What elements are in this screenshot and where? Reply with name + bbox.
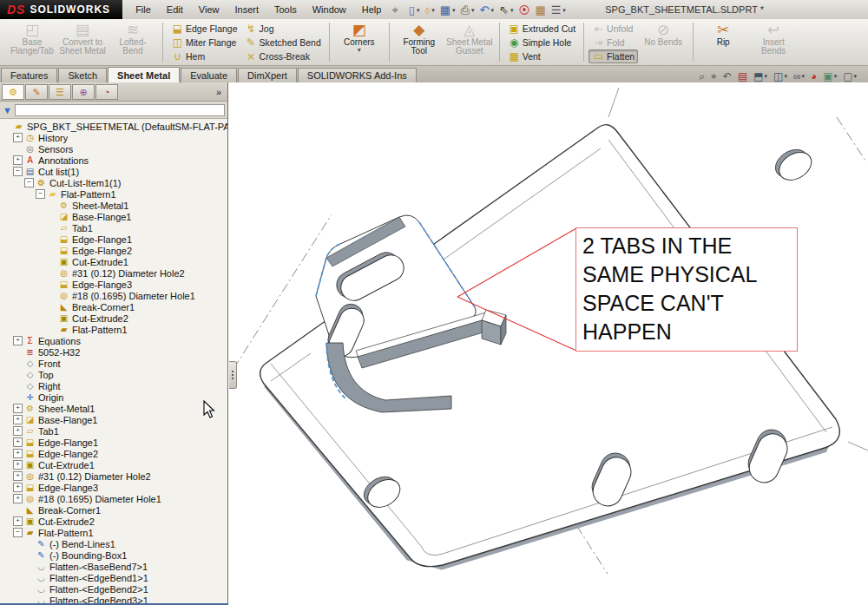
no-bends-button[interactable]: ⊘No Bends xyxy=(638,21,688,63)
expand-toggle[interactable]: + xyxy=(13,471,23,481)
menu-view[interactable]: View xyxy=(191,2,227,17)
tree-item[interactable]: +AAnnotations xyxy=(0,155,227,166)
menu-file[interactable]: File xyxy=(128,2,159,17)
annotation-callout[interactable]: 2 TABS IN THE SAME PHYSICAL SPACE CAN'T … xyxy=(575,227,798,352)
tree-item[interactable]: +◷History xyxy=(0,132,227,143)
menu-edit[interactable]: Edit xyxy=(159,2,191,17)
tree-item[interactable]: ▣Cut-Extrude1 xyxy=(0,256,227,267)
graphics-viewport[interactable]: 2 TABS IN THE SAME PHYSICAL SPACE CAN'T … xyxy=(229,82,868,605)
scene-photo-icon[interactable]: ▦ xyxy=(535,4,545,16)
tree-item[interactable]: ⬓Edge-Flange3 xyxy=(0,279,227,290)
tree-item[interactable]: ◎Sensors xyxy=(0,143,227,155)
display-style-icon[interactable]: ◫▾ xyxy=(771,70,790,82)
tree-item[interactable]: −▤Cut list(1) xyxy=(0,166,227,177)
previous-view-icon[interactable]: ↶ xyxy=(720,70,734,82)
base-flange-tab-button[interactable]: ◰Base Flange/Tab xyxy=(7,21,57,63)
expand-toggle[interactable]: + xyxy=(13,437,23,447)
tab-dimxpert[interactable]: DimXpert xyxy=(238,68,297,82)
traffic-light-icon[interactable]: ⦿ xyxy=(518,4,529,16)
tree-item[interactable]: ✛Origin xyxy=(0,391,227,403)
expand-toggle[interactable]: + xyxy=(13,415,23,424)
tab-sheet-metal[interactable]: Sheet Metal xyxy=(108,67,180,82)
hem-button[interactable]: ∪Hem xyxy=(168,49,241,63)
tree-item[interactable]: ◣Break-Corner1 xyxy=(0,504,227,516)
simple-hole-button[interactable]: ◉Simple Hole xyxy=(504,36,579,49)
view-settings-icon[interactable]: ▢▾ xyxy=(840,70,859,82)
expand-toggle[interactable]: − xyxy=(13,528,23,537)
tree-item[interactable]: +◪Base-Flange1 xyxy=(0,414,227,425)
tree-item[interactable]: −▰Flat-Pattern1 xyxy=(0,527,227,538)
tree-item[interactable]: ⚙Sheet-Metal1 xyxy=(0,200,227,211)
displaymanager-tab[interactable]: ◔ xyxy=(95,84,118,100)
open-icon[interactable]: ⬨▾ xyxy=(424,4,434,16)
rip-button[interactable]: ✂Rip xyxy=(698,21,748,63)
sketched-bend-button[interactable]: ✎Sketched Bend xyxy=(241,36,325,49)
tree-item[interactable]: ◡Flatten-<BaseBend7>1 xyxy=(0,561,227,572)
new-document-icon[interactable]: ▯▾ xyxy=(409,4,420,16)
hide-show-items-icon[interactable]: ∞▾ xyxy=(791,70,807,82)
tab-solidworks-add-ins[interactable]: SOLIDWORKS Add-Ins xyxy=(298,68,417,82)
tree-item[interactable]: ◎#18 (0.1695) Diameter Hole1 xyxy=(0,290,227,301)
expand-toggle[interactable]: − xyxy=(36,189,45,199)
expand-toggle[interactable]: + xyxy=(13,483,23,492)
tree-item[interactable]: ▱Tab1 xyxy=(0,222,227,233)
expand-toggle[interactable]: + xyxy=(13,404,23,413)
insert-bends-button[interactable]: ↩Insert Bends xyxy=(748,21,799,63)
tree-item[interactable]: ◪Base-Flange1 xyxy=(0,211,227,222)
tree-item[interactable]: +▣Cut-Extrude2 xyxy=(0,516,227,527)
tree-item[interactable]: +◎#18 (0.1695) Diameter Hole1 xyxy=(0,493,227,504)
panel-splitter-handle[interactable] xyxy=(229,361,237,389)
tree-item[interactable]: +▣Cut-Extrude1 xyxy=(0,459,227,470)
tree-item[interactable]: ◣Break-Corner1 xyxy=(0,301,227,312)
edge-flange-button[interactable]: ⬓Edge Flange xyxy=(168,22,241,36)
tree-item[interactable]: +⬓Edge-Flange2 xyxy=(0,448,227,459)
configurationmanager-tab[interactable]: ☰ xyxy=(49,84,71,100)
select-arrow-icon[interactable]: ⇖▾ xyxy=(499,4,513,16)
tree-item[interactable]: ✎(-) Bend-Lines1 xyxy=(0,538,227,549)
tree-item[interactable]: +⬓Edge-Flange3 xyxy=(0,482,227,493)
menu-window[interactable]: Window xyxy=(305,2,354,17)
forming-tool-button[interactable]: ◆Forming Tool xyxy=(394,21,444,63)
expand-toggle[interactable]: + xyxy=(13,155,23,165)
lofted-bend-button[interactable]: ≋Lofted-Bend xyxy=(108,21,158,63)
menu-tools[interactable]: Tools xyxy=(266,2,305,17)
expand-toggle[interactable]: + xyxy=(13,460,23,470)
fold-button[interactable]: ⇥Fold xyxy=(589,36,638,49)
apply-scene-icon[interactable]: ▣▾ xyxy=(820,70,839,82)
menu-insert[interactable]: Insert xyxy=(227,2,266,17)
tree-item[interactable]: +◎#31 (0.12) Diameter Hole2 xyxy=(0,470,227,482)
section-view-icon[interactable]: ▤ xyxy=(735,70,750,82)
tree-item[interactable]: ◡Flatten-<EdgeBend1>1 xyxy=(0,572,227,583)
featuremanager-tab[interactable]: ⚙ xyxy=(2,84,24,100)
tree-item[interactable]: +⬓Edge-Flange1 xyxy=(0,437,227,448)
dimxpertmanager-tab[interactable]: ⊕ xyxy=(72,84,95,100)
tab-sketch[interactable]: Sketch xyxy=(58,68,107,82)
convert-to-sheet-metal-button[interactable]: ▤Convert to Sheet Metal xyxy=(57,21,108,63)
tree-item[interactable]: −⚙Cut-List-Item1(1) xyxy=(0,177,227,188)
view-orientation-icon[interactable]: ⬒▾ xyxy=(751,70,770,82)
save-icon[interactable]: ▦▾ xyxy=(440,4,456,16)
edit-appearance-icon[interactable]: ◕ xyxy=(808,70,819,82)
tree-item[interactable]: ✎(-) Bounding-Box1 xyxy=(0,549,227,561)
expand-toggle[interactable]: + xyxy=(13,449,23,458)
tree-item[interactable]: −▰Flat-Pattern1 xyxy=(0,188,227,200)
expand-toggle[interactable]: − xyxy=(13,167,23,176)
unfold-button[interactable]: ⇤Unfold xyxy=(589,22,638,36)
tree-item[interactable]: ▰Flat-Pattern1 xyxy=(0,324,227,335)
tree-item[interactable]: ◡Flatten-<EdgeBend2>1 xyxy=(0,583,227,595)
jog-button[interactable]: ↯Jog xyxy=(241,22,325,36)
tree-item[interactable]: +▱Tab1 xyxy=(0,425,227,437)
tab-evaluate[interactable]: Evaluate xyxy=(181,68,237,82)
tree-item[interactable]: ◇Front xyxy=(0,358,227,369)
zoom-to-area-icon[interactable]: ⌖ xyxy=(708,70,720,82)
corners-button[interactable]: ◩Corners▾ xyxy=(334,21,385,63)
tree-item[interactable]: +ΣEquations xyxy=(0,335,227,346)
tab-features[interactable]: Features xyxy=(1,68,57,82)
expand-toggle[interactable]: + xyxy=(13,494,23,503)
undo-icon[interactable]: ↶▾ xyxy=(480,4,494,16)
tree-item[interactable]: ⬓Edge-Flange1 xyxy=(0,233,227,245)
options-list-icon[interactable]: ☰▾ xyxy=(551,4,566,16)
tree-root-item[interactable]: ▰SPG_BKT_SHEETMETAL (DefaultSM-FLAT-PATT… xyxy=(0,121,227,132)
flatten-button[interactable]: ▭Flatten xyxy=(589,49,638,63)
tree-item[interactable]: ▣Cut-Extrude2 xyxy=(0,312,227,324)
